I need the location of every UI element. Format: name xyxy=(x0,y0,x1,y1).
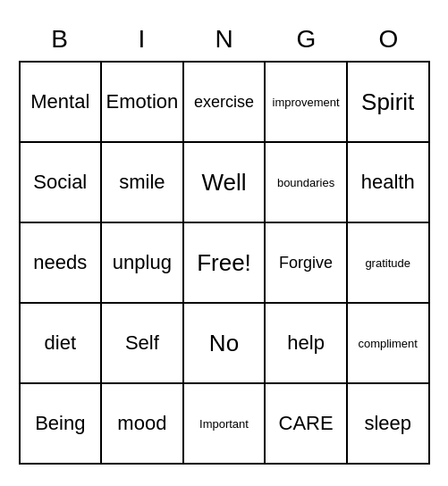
bingo-cell-0-0: Mental xyxy=(21,63,103,141)
bingo-cell-4-0: Being xyxy=(21,384,103,463)
cell-text-2-0: needs xyxy=(33,251,87,274)
bingo-cell-4-2: Important xyxy=(184,384,266,463)
bingo-cell-4-3: CARE xyxy=(266,384,348,463)
header-letter-I: I xyxy=(101,21,183,57)
header-letter-B: B xyxy=(19,21,101,57)
bingo-cell-2-0: needs xyxy=(21,223,103,302)
bingo-cell-2-3: Forgive xyxy=(266,223,348,302)
cell-text-0-0: Mental xyxy=(30,90,89,113)
bingo-grid: MentalEmotionexerciseimprovementSpiritSo… xyxy=(19,61,430,465)
bingo-cell-2-1: unplug xyxy=(102,223,184,302)
bingo-cell-0-2: exercise xyxy=(184,63,266,141)
bingo-row-3: dietSelfNohelpcompliment xyxy=(21,304,428,384)
bingo-cell-0-1: Emotion xyxy=(102,63,184,141)
cell-text-1-0: Social xyxy=(33,171,87,194)
bingo-cell-1-2: Well xyxy=(184,143,266,222)
bingo-cell-1-3: boundaries xyxy=(266,143,348,222)
cell-text-0-1: Emotion xyxy=(106,90,179,113)
cell-text-3-3: help xyxy=(287,331,325,355)
bingo-cell-4-4: sleep xyxy=(348,384,428,463)
cell-text-3-4: compliment xyxy=(358,337,417,350)
cell-text-4-2: Important xyxy=(199,417,249,431)
bingo-cell-3-0: diet xyxy=(21,304,103,382)
cell-text-1-3: boundaries xyxy=(277,176,334,189)
cell-text-4-0: Being xyxy=(35,412,85,435)
bingo-card: BINGO MentalEmotionexerciseimprovementSp… xyxy=(10,13,439,473)
cell-text-2-4: gratitude xyxy=(365,256,410,270)
bingo-cell-2-4: gratitude xyxy=(348,223,428,302)
cell-text-1-4: health xyxy=(361,171,415,194)
bingo-cell-1-1: smile xyxy=(102,143,184,222)
cell-text-1-2: Well xyxy=(201,169,246,197)
cell-text-2-2: Free! xyxy=(197,249,251,277)
bingo-cell-0-3: improvement xyxy=(266,63,348,141)
cell-text-0-3: improvement xyxy=(273,96,340,109)
cell-text-4-3: CARE xyxy=(279,412,334,435)
cell-text-2-3: Forgive xyxy=(279,254,333,272)
bingo-header: BINGO xyxy=(19,21,430,57)
cell-text-3-2: No xyxy=(209,330,239,357)
cell-text-3-1: Self xyxy=(125,331,159,355)
cell-text-1-1: smile xyxy=(119,171,165,194)
bingo-cell-1-0: Social xyxy=(21,143,103,222)
cell-text-0-4: Spirit xyxy=(361,88,414,116)
cell-text-4-4: sleep xyxy=(364,412,411,435)
bingo-cell-1-4: health xyxy=(348,143,428,222)
bingo-cell-0-4: Spirit xyxy=(348,63,428,141)
bingo-row-4: BeingmoodImportantCAREsleep xyxy=(21,384,428,463)
header-letter-G: G xyxy=(266,21,348,57)
bingo-row-0: MentalEmotionexerciseimprovementSpirit xyxy=(21,63,428,143)
bingo-cell-3-1: Self xyxy=(102,304,184,382)
cell-text-4-1: mood xyxy=(117,412,166,435)
cell-text-3-0: diet xyxy=(45,331,76,355)
bingo-row-1: SocialsmileWellboundarieshealth xyxy=(21,143,428,223)
bingo-row-2: needsunplugFree!Forgivegratitude xyxy=(21,223,428,304)
header-letter-N: N xyxy=(183,21,266,57)
cell-text-0-2: exercise xyxy=(194,93,254,112)
bingo-cell-3-2: No xyxy=(184,304,266,382)
header-letter-O: O xyxy=(348,21,430,57)
bingo-cell-4-1: mood xyxy=(102,384,184,463)
bingo-cell-2-2: Free! xyxy=(184,223,266,302)
bingo-cell-3-4: compliment xyxy=(348,304,428,382)
cell-text-2-1: unplug xyxy=(113,251,172,274)
bingo-cell-3-3: help xyxy=(266,304,348,382)
